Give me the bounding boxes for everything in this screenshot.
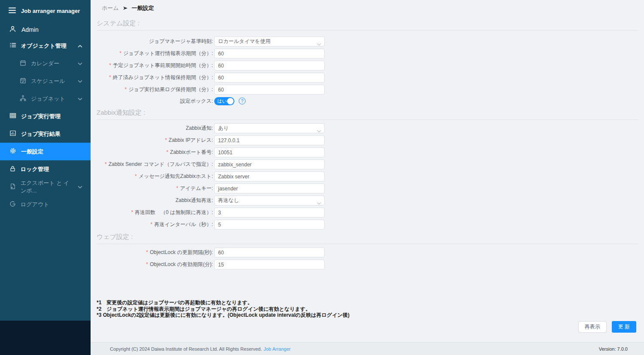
field-label: ObjectLock の有効期限(分): <box>150 261 213 267</box>
breadcrumb-arrow-icon <box>123 5 128 12</box>
sidebar-item-calendar[interactable]: カレンダー <box>0 55 91 72</box>
resend-interval-input[interactable] <box>214 220 325 230</box>
breadcrumb-current: 一般設定 <box>132 4 154 12</box>
hamburger-menu-icon[interactable] <box>9 7 16 15</box>
section-title-zabbix: Zabbix通知設定 : <box>97 109 638 120</box>
form-row: *Zabbix IPアドレス: <box>97 135 638 145</box>
objectlock-expiration-input[interactable] <box>214 260 325 269</box>
field-label: ジョブマネージャ基準時刻: <box>149 38 213 44</box>
field-label: 予定ジョブネット事前展開開始時間（分）: <box>113 62 213 68</box>
jobnet-run-info-display-period-input[interactable] <box>214 49 325 58</box>
breadcrumb: ホーム 一般設定 <box>97 4 638 12</box>
sidebar-item-label: ジョブ実行管理 <box>21 113 61 120</box>
required-asterisk: * <box>146 249 148 255</box>
settings-box-toggle[interactable]: はい <box>214 97 234 105</box>
sidebar-item-label: ログアウト <box>21 201 49 208</box>
sitemap-icon <box>20 95 26 103</box>
main-content: ホーム 一般設定 システム設定 : ジョブマネージャ基準時刻: *ジョブネット運… <box>91 0 644 355</box>
required-asterisk: * <box>176 185 179 191</box>
list-icon <box>9 42 16 50</box>
sidebar-item-object-management[interactable]: オブジェクト管理 <box>0 37 91 55</box>
form-row: *再送インターバル（秒）: <box>97 220 638 230</box>
sidebar-nav: オブジェクト管理 カレンダー スケジュール <box>0 37 91 213</box>
sidebar-item-job-execution-management[interactable]: ジョブ実行管理 <box>0 107 91 125</box>
sidebar-menu: Job arranger manager Admin オブジェクト管理 <box>0 0 91 321</box>
sidebar-item-job-execution-result[interactable]: ジョブ実行結果 <box>0 125 91 143</box>
footnote-1: *1 変更後の設定値はジョブサーバの再起動後に有効となります。 <box>97 300 638 306</box>
redisplay-button[interactable]: 再表示 <box>578 321 607 333</box>
required-asterisk: * <box>151 221 153 227</box>
form-row: Zabbix通知再送: <box>97 196 638 205</box>
field-label: 終了済みジョブネット情報保持期間（分）: <box>113 74 213 80</box>
field-label: アイテムキー: <box>180 185 213 191</box>
form-row: *Zabbixポート番号: <box>97 147 638 157</box>
required-asterisk: * <box>125 86 127 92</box>
zabbix-notify-select[interactable] <box>214 123 325 133</box>
objectlock-update-interval-input[interactable] <box>214 248 325 257</box>
field-label: メッセージ通知先Zabbixホスト: <box>139 173 213 179</box>
form-row: *予定ジョブネット事前展開開始時間（分）: <box>97 61 638 70</box>
export-import-icon <box>9 183 16 191</box>
form-row: *ジョブネット運行情報表示期間（分）: <box>97 49 638 58</box>
field-label: Zabbix IPアドレス: <box>169 137 213 143</box>
footnote-3: *3 ObjectLockの2設定値は更新後にに有効になります。(ObjectL… <box>97 312 638 318</box>
scheduled-jobnet-preexpand-start-input[interactable] <box>214 61 325 70</box>
chevron-down-icon <box>78 60 82 67</box>
system-form: ジョブマネージャ基準時刻: *ジョブネット運行情報表示期間（分）: *予定ジョブ… <box>97 37 638 105</box>
breadcrumb-home[interactable]: ホーム <box>102 4 119 12</box>
form-row: *ObjectLock の有効期限(分): <box>97 260 638 269</box>
zabbix-resend-select-input[interactable] <box>214 196 325 205</box>
help-icon[interactable]: ? <box>239 98 246 104</box>
monitor-chart-icon <box>9 130 16 138</box>
zabbix-host-input[interactable] <box>214 171 325 181</box>
section-title-web: ウェブ設定 : <box>97 233 638 244</box>
sidebar-item-jobnet[interactable]: ジョブネット <box>0 90 91 107</box>
field-label: Zabbix Sender コマンド（フルパスで指定）: <box>109 161 213 167</box>
update-button[interactable]: 更 新 <box>612 321 636 333</box>
zabbix-port-input[interactable] <box>214 147 325 157</box>
zabbix-ip-input[interactable] <box>214 135 325 145</box>
copyright-text: Copyright (C) 2024 Daiwa Institute of Re… <box>110 346 262 352</box>
sidebar-item-lock-management[interactable]: ロック管理 <box>0 160 91 178</box>
version-label: Version: 7.0.0 <box>599 346 628 352</box>
sidebar-item-export-import[interactable]: エクスポート と インポ... <box>0 178 91 196</box>
zabbix-sender-command-input[interactable] <box>214 159 325 169</box>
sidebar-item-general-settings[interactable]: 一般設定 <box>0 143 91 160</box>
field-label: 再送回数 （0 は無制限に再送）: <box>135 209 213 215</box>
sidebar-item-logout[interactable]: ログアウト <box>0 196 91 213</box>
app-header[interactable]: Job arranger manager <box>0 3 91 18</box>
field-label: 設定ボックス: <box>180 98 213 104</box>
logout-icon <box>9 201 16 208</box>
lock-icon <box>9 165 16 173</box>
item-key-input[interactable] <box>214 184 325 193</box>
calendar-icon <box>20 60 26 67</box>
finished-jobnet-info-retention-input[interactable] <box>214 73 325 83</box>
user-menu[interactable]: Admin <box>0 24 91 35</box>
base-time-select-input[interactable] <box>214 37 325 46</box>
sidebar-item-label: ロック管理 <box>21 165 49 173</box>
sidebar-item-label: 一般設定 <box>21 148 43 156</box>
required-asterisk: * <box>105 161 107 167</box>
required-asterisk: * <box>166 149 168 155</box>
gear-icon <box>9 147 16 156</box>
app-title: Job arranger manager <box>21 8 80 14</box>
sidebar-item-label: カレンダー <box>31 60 59 67</box>
chevron-up-icon <box>78 43 82 49</box>
required-asterisk: * <box>165 137 167 143</box>
zabbix-notify-select-input[interactable] <box>214 123 325 133</box>
zabbix-resend-select[interactable] <box>214 196 325 205</box>
sidebar-item-schedule[interactable]: スケジュール <box>0 72 91 90</box>
form-row: *メッセージ通知先Zabbixホスト: <box>97 171 638 181</box>
base-time-select[interactable] <box>214 37 325 46</box>
resend-count-input[interactable] <box>214 208 325 217</box>
form-row: ジョブマネージャ基準時刻: <box>97 37 638 46</box>
user-name: Admin <box>21 26 39 33</box>
required-asterisk: * <box>131 209 133 215</box>
form-row: Zabbix通知: <box>97 123 638 133</box>
section-title-system: システム設定 : <box>97 19 638 31</box>
sidebar-item-label: スケジュール <box>31 77 65 85</box>
job-arranger-link[interactable]: Job Arranger <box>264 346 291 352</box>
job-result-log-retention-input[interactable] <box>214 85 325 95</box>
field-label: 再送インターバル（秒）: <box>154 221 213 227</box>
required-asterisk: * <box>119 50 122 56</box>
